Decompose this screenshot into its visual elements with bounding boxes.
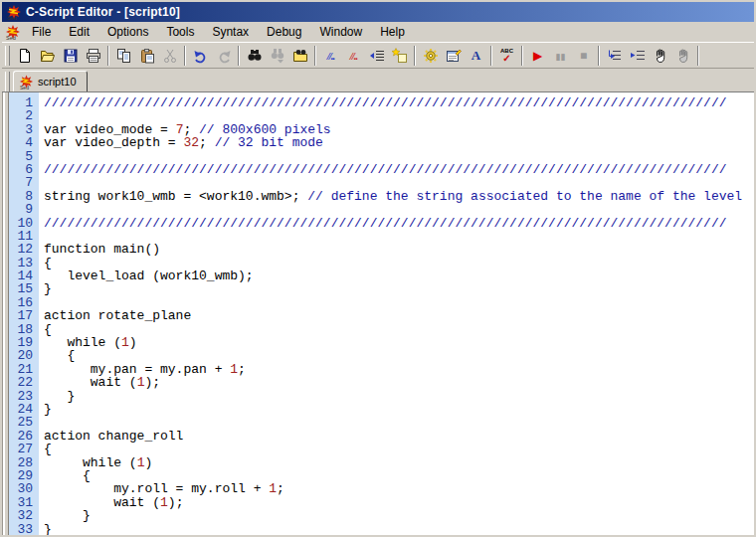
code-line[interactable] bbox=[44, 296, 754, 309]
code-line[interactable]: string work10_wmb = <work10.wmb>; // def… bbox=[44, 190, 754, 203]
undo-button[interactable] bbox=[189, 45, 212, 67]
code-line[interactable]: my.roll = my.roll + 1; bbox=[44, 482, 754, 495]
title-bar[interactable]: Sed C-Script Editor - [script10] bbox=[2, 2, 754, 22]
menu-item-window[interactable]: Window bbox=[310, 23, 371, 41]
line-number: 13 bbox=[9, 257, 33, 269]
code-line[interactable]: ////////////////////////////////////////… bbox=[44, 96, 754, 109]
toolbar-drag-handle[interactable] bbox=[5, 46, 10, 66]
menu-item-syntax[interactable]: Syntax bbox=[203, 23, 258, 41]
app-icon[interactable]: Sed bbox=[6, 4, 22, 20]
spell-check-button[interactable]: ABC✓ bbox=[495, 45, 518, 67]
code-line[interactable]: } bbox=[44, 390, 754, 403]
code-line[interactable] bbox=[44, 230, 754, 243]
svg-text:Sed: Sed bbox=[6, 35, 16, 40]
line-number: 9 bbox=[9, 203, 33, 216]
code-line[interactable]: { bbox=[44, 257, 754, 269]
indent-button[interactable] bbox=[365, 45, 388, 67]
find-button[interactable] bbox=[243, 45, 266, 67]
code-line[interactable]: { bbox=[44, 323, 754, 336]
uncomment-button[interactable]: //.. bbox=[342, 45, 365, 67]
line-number: 11 bbox=[9, 230, 33, 243]
pan-icon bbox=[653, 48, 668, 64]
settings-button[interactable] bbox=[419, 45, 442, 67]
line-number: 1 bbox=[9, 96, 33, 109]
new-file-icon bbox=[17, 48, 33, 64]
comment-button[interactable]: //.. bbox=[319, 45, 342, 67]
find-in-files-button[interactable] bbox=[288, 45, 311, 67]
code-line[interactable]: while (1) bbox=[44, 456, 754, 469]
tab-script10[interactable]: Sedscript10 bbox=[13, 71, 88, 91]
line-number: 29 bbox=[9, 469, 33, 482]
tabbar-drag-handle[interactable] bbox=[5, 72, 10, 91]
menu-item-edit[interactable]: Edit bbox=[60, 23, 98, 41]
line-number: 2 bbox=[9, 109, 33, 122]
step-into-button[interactable] bbox=[626, 45, 649, 67]
line-number: 30 bbox=[9, 482, 33, 495]
undo-icon bbox=[193, 48, 209, 64]
pan-button[interactable] bbox=[649, 45, 671, 67]
pause-icon: ▮▮ bbox=[556, 48, 566, 63]
code-line[interactable]: my.pan = my.pan + 1; bbox=[44, 363, 754, 376]
line-number: 19 bbox=[9, 336, 33, 349]
code-line[interactable]: } bbox=[44, 523, 754, 536]
menu-item-file[interactable]: File bbox=[23, 23, 60, 41]
code-line[interactable] bbox=[44, 203, 754, 216]
code-line[interactable]: wait (1); bbox=[44, 376, 754, 389]
step-over-button[interactable] bbox=[603, 45, 626, 67]
insert-snippet-button[interactable] bbox=[388, 45, 411, 67]
code-line[interactable]: ////////////////////////////////////////… bbox=[44, 163, 754, 176]
step-into-icon bbox=[630, 48, 646, 64]
code-line[interactable]: } bbox=[44, 403, 754, 416]
run-button[interactable]: ▶ bbox=[526, 45, 549, 67]
toolbar: //..//..AABC✓▶▮▮■ bbox=[2, 42, 754, 69]
document-icon[interactable]: Sed bbox=[5, 24, 21, 40]
line-number: 32 bbox=[9, 509, 33, 522]
code-line[interactable]: var video_mode = 7; // 800x600 pixels bbox=[44, 123, 754, 136]
print-button[interactable] bbox=[82, 45, 104, 67]
paste-button[interactable] bbox=[135, 45, 158, 67]
settings-icon bbox=[423, 48, 439, 64]
font-button[interactable]: A bbox=[465, 45, 487, 67]
code-line[interactable]: function main() bbox=[44, 243, 754, 256]
toolbar-separator bbox=[314, 46, 316, 66]
copy-icon bbox=[116, 48, 132, 64]
code-editor[interactable]: ////////////////////////////////////////… bbox=[39, 92, 754, 535]
save-file-button[interactable] bbox=[59, 45, 82, 67]
code-line[interactable]: action change_roll bbox=[44, 430, 754, 443]
code-line[interactable]: var video_depth = 32; // 32 bit mode bbox=[44, 136, 754, 149]
line-number: 10 bbox=[9, 217, 33, 230]
find-icon bbox=[247, 48, 263, 64]
code-line[interactable]: action rotate_plane bbox=[44, 309, 754, 322]
line-number: 4 bbox=[9, 136, 33, 149]
toolbar-separator bbox=[184, 46, 186, 66]
menu-item-tools[interactable]: Tools bbox=[157, 23, 203, 41]
menu-bar: Sed FileEditOptionsToolsSyntaxDebugWindo… bbox=[2, 22, 754, 42]
redo-icon bbox=[216, 48, 232, 64]
line-number: 14 bbox=[9, 269, 33, 282]
code-line[interactable]: { bbox=[44, 349, 754, 362]
copy-button[interactable] bbox=[112, 45, 135, 67]
menu-item-options[interactable]: Options bbox=[98, 23, 157, 41]
code-line[interactable]: { bbox=[44, 469, 754, 482]
code-line[interactable] bbox=[44, 150, 754, 163]
code-line[interactable]: } bbox=[44, 282, 754, 295]
code-line[interactable]: ////////////////////////////////////////… bbox=[44, 217, 754, 230]
toolbar-separator bbox=[414, 46, 416, 66]
open-file-button[interactable] bbox=[36, 45, 59, 67]
new-file-button[interactable] bbox=[13, 45, 36, 67]
code-line[interactable]: while (1) bbox=[44, 336, 754, 349]
properties-button[interactable] bbox=[442, 45, 465, 67]
code-line[interactable] bbox=[44, 176, 754, 189]
line-number: 8 bbox=[9, 190, 33, 203]
menu-item-debug[interactable]: Debug bbox=[258, 23, 310, 41]
line-number: 28 bbox=[9, 456, 33, 469]
code-line[interactable]: level_load (work10_wmb); bbox=[44, 269, 754, 282]
line-number: 17 bbox=[9, 309, 33, 322]
save-file-icon bbox=[63, 48, 79, 64]
code-line[interactable]: } bbox=[44, 509, 754, 522]
code-line[interactable]: { bbox=[44, 443, 754, 455]
code-line[interactable]: wait (1); bbox=[44, 496, 754, 509]
code-line[interactable] bbox=[44, 109, 754, 122]
menu-item-help[interactable]: Help bbox=[371, 23, 414, 41]
code-line[interactable] bbox=[44, 416, 754, 429]
